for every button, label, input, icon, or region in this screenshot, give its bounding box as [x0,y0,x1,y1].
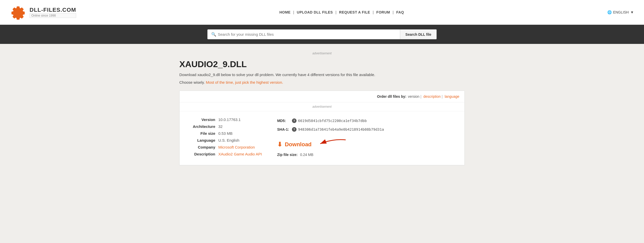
language-label: Language [187,138,215,142]
download-button[interactable]: ⬇ Download [277,141,312,148]
md5-label: MD5: [277,119,290,123]
version-label: Version [187,117,215,122]
sha1-help-icon[interactable]: ? [292,127,297,132]
search-button[interactable]: Search DLL file [400,29,437,39]
architecture-row: Architecture 32 [187,124,262,129]
logo-text: DLL-FILES.COM Online since 1998 [30,7,76,18]
page-description-2: Choose wisely. Most of the time, just pi… [179,79,465,86]
nav-upload[interactable]: UPLOAD DLL FILES [297,10,333,14]
filesize-value: 0.53 MB [218,131,233,136]
page-description-1: Download xaudio2_9.dll below to solve yo… [179,72,465,78]
site-header: DLL-FILES.COM Online since 1998 HOME | U… [0,0,644,25]
description-label: Description [187,152,215,156]
ad-label-top: advertisement [179,52,465,55]
nav-faq[interactable]: FAQ [396,10,404,14]
download-icon: ⬇ [277,141,282,148]
sha1-row: SHA-1: ? 948306d1a73641feb4a9e0b4218914b… [277,127,457,132]
file-entry: Version 10.0.17763.1 Architecture 32 Fil… [180,111,464,165]
language-label: ENGLISH [613,10,629,14]
order-language-link[interactable]: language [445,94,459,99]
sha1-value: 948306d1a73641feb4a9e0b4218914b08b79d31a [298,127,384,131]
order-label: Order dll files by: [377,94,406,99]
architecture-label: Architecture [187,124,215,129]
md5-value: 6619d5841cbfd75c2200ca1ef34b7dbb [298,119,367,123]
description-row: Description XAudio2 Game Audio API [187,152,262,156]
search-input[interactable] [216,30,396,39]
file-list-container: Order dll files by: version | descriptio… [179,91,465,165]
sha1-label: SHA-1: [277,127,290,131]
version-value: 10.0.17763.1 [218,117,241,122]
order-version: version [408,94,419,99]
file-meta-left: Version 10.0.17763.1 Architecture 32 Fil… [187,117,262,159]
order-description-link[interactable]: description [423,94,441,99]
nav-sep-1: | [293,10,294,14]
nav-sep-2: | [336,10,337,14]
version-row: Version 10.0.17763.1 [187,117,262,122]
filesize-label: File size [187,131,215,136]
download-label: Download [285,141,312,148]
company-row: Company Microsoft Corporation [187,145,262,149]
nav-request[interactable]: REQUEST A FILE [339,10,370,14]
description-value[interactable]: XAudio2 Game Audio API [218,152,262,156]
architecture-value: 32 [218,124,223,129]
desc-choose: Choose wisely. [179,80,205,84]
chevron-down-icon: ▼ [630,10,634,14]
zip-size-row: Zip file size: 0.24 MB [277,153,457,157]
logo-gear-icon [10,4,26,20]
nav-forum[interactable]: FORUM [376,10,390,14]
search-input-wrap: 🔍 [207,29,400,39]
search-bar: 🔍 Search DLL file [0,25,644,44]
ad-banner: advertisement [180,102,464,111]
logo-tagline: Online since 1998 [30,13,76,18]
zip-size-label: Zip file size: [277,153,298,157]
page-title: XAUDIO2_9.DLL [179,59,465,69]
language-value: U.S. English [218,138,239,142]
language-row: Language U.S. English [187,138,262,142]
nav-sep-3: | [373,10,374,14]
logo-area: DLL-FILES.COM Online since 1998 [10,4,76,20]
search-container: 🔍 Search DLL file [207,29,437,39]
main-content: advertisement XAUDIO2_9.DLL Download xau… [169,44,475,176]
language-selector[interactable]: 🌐 ENGLISH ▼ [607,10,634,14]
md5-help-icon[interactable]: ? [292,118,297,123]
download-area: ⬇ Download [277,138,312,152]
desc-highlight-link[interactable]: Most of the time, just pick the highest … [206,80,283,84]
zip-size-value: 0.24 MB [300,153,313,157]
nav-home[interactable]: HOME [279,10,291,14]
order-bar: Order dll files by: version | descriptio… [180,91,464,102]
md5-row: MD5: ? 6619d5841cbfd75c2200ca1ef34b7dbb [277,118,457,123]
company-value[interactable]: Microsoft Corporation [218,145,255,149]
globe-icon: 🌐 [607,10,612,14]
company-label: Company [187,145,215,149]
filesize-row: File size 0.53 MB [187,131,262,136]
nav-sep-4: | [393,10,394,14]
red-arrow-annotation [318,137,348,150]
logo-name: DLL-FILES.COM [30,7,76,13]
main-nav: HOME | UPLOAD DLL FILES | REQUEST A FILE… [279,10,404,14]
search-icon: 🔍 [211,32,216,37]
file-meta-right: MD5: ? 6619d5841cbfd75c2200ca1ef34b7dbb … [277,117,457,159]
